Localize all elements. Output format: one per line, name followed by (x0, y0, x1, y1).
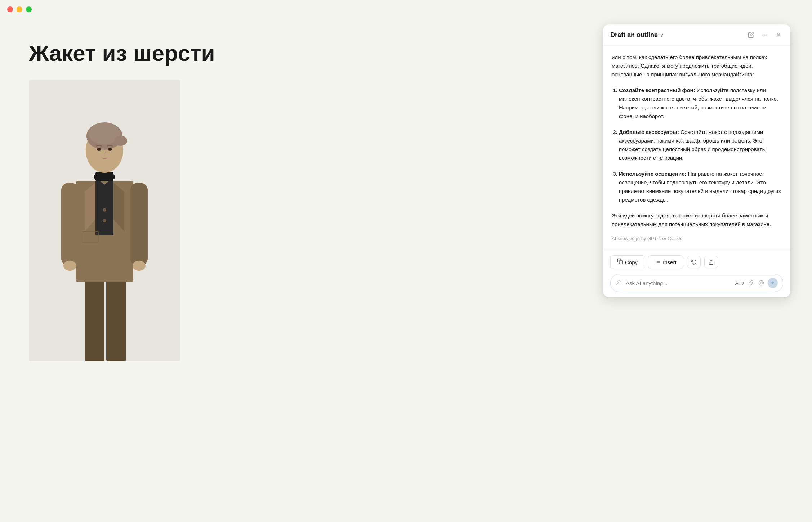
minimize-button[interactable] (17, 6, 22, 12)
ai-input-row: All ∨ (610, 274, 783, 292)
panel-content: или о том, как сделать его более привлек… (603, 46, 790, 250)
svg-point-22 (103, 219, 106, 222)
action-buttons: Copy Insert (610, 255, 783, 269)
product-model-svg (29, 80, 180, 361)
dropdown-chevron-icon: ∨ (741, 280, 745, 286)
chevron-down-icon[interactable]: ∨ (660, 32, 664, 38)
edit-icon-button[interactable] (746, 30, 756, 40)
svg-point-18 (114, 136, 127, 146)
header-actions (746, 30, 783, 40)
insert-button[interactable]: Insert (648, 255, 683, 269)
insert-label: Insert (663, 259, 677, 265)
undo-button[interactable] (687, 256, 701, 268)
svg-point-21 (103, 208, 106, 212)
svg-point-28 (766, 35, 767, 36)
share-button[interactable] (704, 256, 718, 268)
item-title-3: Используйте освещение: (619, 171, 688, 177)
svg-point-19 (97, 148, 101, 151)
suggestions-list: Создайте контрастный фон: Используйте по… (612, 86, 782, 204)
ai-input-field[interactable] (626, 280, 732, 286)
svg-point-39 (760, 282, 762, 284)
svg-point-10 (133, 261, 146, 271)
magic-wand-icon (616, 279, 622, 287)
item-title-1: Создайте контрастный фон: (619, 87, 697, 93)
svg-point-20 (108, 148, 112, 151)
svg-rect-7 (61, 183, 79, 266)
svg-point-27 (764, 35, 766, 36)
intro-text: или о том, как сделать его более привлек… (612, 53, 782, 79)
window-chrome (0, 0, 812, 19)
input-actions: All ∨ (735, 278, 778, 288)
panel-title-row: Draft an outline ∨ (610, 31, 664, 39)
panel-title: Draft an outline (610, 31, 658, 39)
ai-attribution: AI knowledge by GPT-4 or Claude (612, 236, 782, 241)
copy-icon (617, 258, 623, 266)
attachment-icon-button[interactable] (748, 279, 755, 287)
panel-footer: Copy Insert (603, 250, 790, 297)
list-item: Создайте контрастный фон: Используйте по… (619, 86, 782, 121)
send-button[interactable] (768, 278, 778, 288)
conclusion-text: Эти идеи помогут сделать жакет из шерсти… (612, 211, 782, 229)
svg-point-26 (762, 35, 763, 36)
copy-label: Copy (625, 259, 638, 265)
svg-rect-31 (619, 261, 623, 264)
svg-point-9 (63, 261, 76, 271)
insert-icon (655, 258, 661, 266)
list-item: Используйте освещение: Направьте на жаке… (619, 170, 782, 204)
all-label: All (735, 280, 740, 286)
ai-panel: Draft an outline ∨ или о (603, 24, 790, 297)
list-item: Добавьте аксессуары: Сочетайте жакет с п… (619, 128, 782, 162)
mention-icon-button[interactable] (758, 279, 765, 287)
more-options-button[interactable] (760, 30, 769, 40)
product-image (29, 80, 180, 361)
panel-header: Draft an outline ∨ (603, 24, 790, 46)
fullscreen-button[interactable] (26, 6, 32, 12)
svg-rect-8 (130, 183, 148, 266)
svg-rect-14 (95, 172, 113, 181)
copy-button[interactable]: Copy (610, 255, 644, 269)
close-panel-button[interactable] (774, 30, 783, 40)
item-title-2: Добавьте аксессуары: (619, 129, 681, 135)
all-dropdown[interactable]: All ∨ (735, 280, 745, 286)
close-button[interactable] (7, 6, 13, 12)
